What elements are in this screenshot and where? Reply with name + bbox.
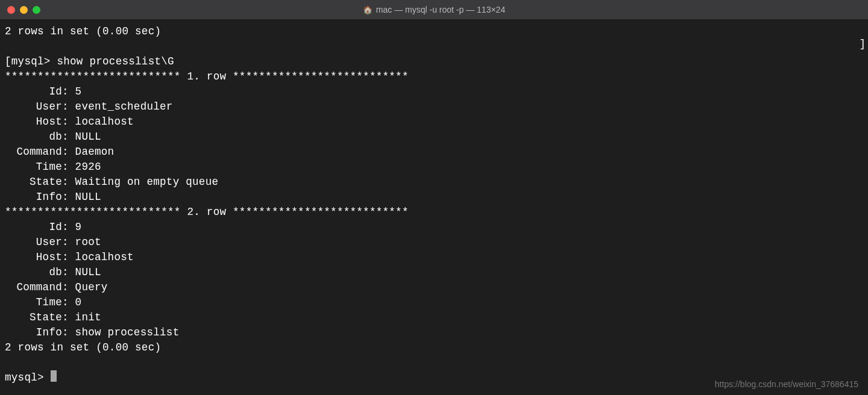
field-db-label: db [5, 129, 62, 145]
row2-db: NULL [75, 266, 101, 278]
row2-command: Query [75, 281, 108, 293]
prompt: mysql> [11, 55, 57, 67]
field-time-label-2: Time [5, 295, 62, 310]
maximize-icon[interactable] [33, 6, 40, 14]
field-info-label-2: Info [5, 325, 62, 340]
terminal-body[interactable]: 2 rows in set (0.00 sec) [mysql> show pr… [0, 19, 868, 390]
field-state-label: State [5, 175, 62, 190]
row1-separator: *************************** 1. row *****… [5, 70, 409, 82]
home-icon: 🏠 [363, 5, 373, 14]
row1-id: 5 [75, 86, 82, 98]
field-info-label: Info [5, 190, 62, 205]
titlebar: 🏠 mac — mysql -u root -p — 113×24 [0, 0, 868, 19]
prev-summary: 2 rows in set (0.00 sec) [5, 25, 161, 37]
field-time-label: Time [5, 160, 62, 175]
row1-user: event_scheduler [75, 101, 173, 113]
watermark: https://blog.csdn.net/weixin_37686415 [715, 379, 858, 389]
field-host-label-2: Host [5, 250, 62, 265]
row2-host: localhost [75, 251, 134, 263]
field-host-label: Host [5, 114, 62, 129]
traffic-lights [7, 6, 40, 14]
row2-state: init [75, 311, 101, 323]
field-db-label-2: db [5, 265, 62, 280]
row2-time: 0 [75, 296, 82, 308]
row2-user: root [75, 236, 101, 248]
row2-id: 9 [75, 221, 82, 233]
row1-info: NULL [75, 191, 101, 203]
window-title: 🏠 mac — mysql -u root -p — 113×24 [0, 5, 868, 14]
field-command-label-2: Command [5, 280, 62, 295]
row1-time: 2926 [75, 161, 101, 173]
prompt-bracket-left: [ [5, 55, 11, 67]
field-id-label-2: Id [5, 220, 62, 235]
field-state-label-2: State [5, 310, 62, 325]
command-text: show processlist\G [57, 55, 174, 67]
field-id-label: Id [5, 84, 62, 99]
close-icon[interactable] [7, 6, 15, 14]
row1-command: Daemon [75, 146, 115, 158]
final-prompt: mysql> [5, 372, 51, 384]
row1-state: Waiting on empty queue [75, 176, 219, 188]
field-user-label: User [5, 99, 62, 114]
row2-info: show processlist [75, 326, 180, 338]
result-summary: 2 rows in set (0.00 sec) [5, 341, 161, 353]
field-command-label: Command [5, 145, 62, 160]
row1-db: NULL [75, 131, 101, 143]
row1-host: localhost [75, 116, 134, 128]
minimize-icon[interactable] [20, 6, 28, 14]
right-bracket: ] [859, 38, 866, 50]
title-text: mac — mysql -u root -p — 113×24 [376, 5, 505, 14]
field-user-label-2: User [5, 235, 62, 250]
row2-separator: *************************** 2. row *****… [5, 206, 409, 218]
cursor-icon [51, 370, 57, 382]
